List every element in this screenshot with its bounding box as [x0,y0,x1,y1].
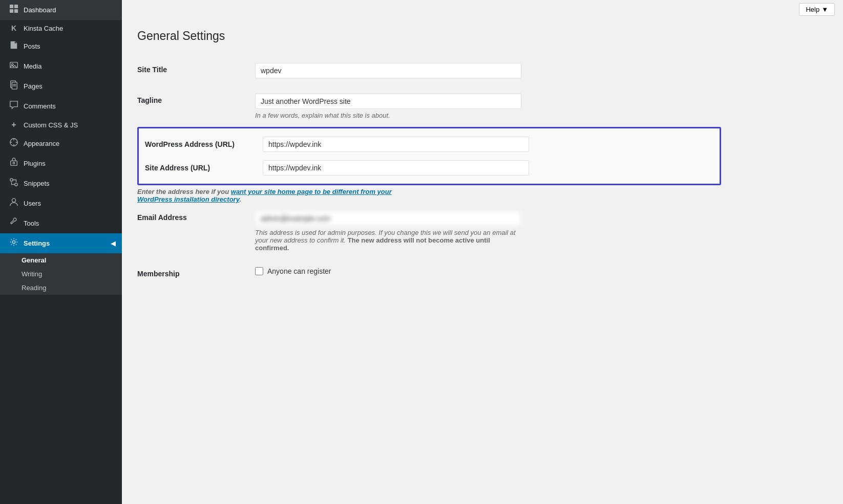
sidebar-sub-item-writing[interactable]: Writing [0,267,122,281]
tagline-input[interactable] [255,94,521,109]
wp-address-row: WordPress Address (URL) [145,133,713,156]
svg-point-14 [13,162,15,164]
help-label: Help [806,6,819,13]
svg-rect-3 [14,9,18,13]
sidebar-item-label: Media [24,62,41,70]
sidebar-item-label: Tools [24,220,39,227]
sidebar-item-label: Comments [24,102,56,110]
sidebar-item-label: Settings [24,239,50,247]
appearance-icon [8,138,19,149]
tagline-row: Tagline In a few words, explain what thi… [137,86,721,127]
settings-icon [8,237,19,249]
site-address-description: Enter the address here if you want your … [137,188,404,203]
sidebar-item-label: Appearance [24,140,59,147]
help-button[interactable]: Help ▼ [799,3,835,16]
svg-rect-0 [10,5,13,8]
membership-row: Membership Anyone can register [137,259,721,288]
url-section-row: WordPress Address (URL) Site Address (UR… [137,127,721,203]
sidebar-item-custom-css[interactable]: + Custom CSS & JS [0,116,122,134]
media-icon [8,60,19,72]
sidebar-item-pages[interactable]: Pages [0,76,122,96]
wp-address-label: WordPress Address (URL) [145,140,235,148]
site-title-input[interactable] [255,63,521,78]
site-address-desc-suffix: . [239,195,241,203]
svg-rect-13 [11,161,17,165]
site-title-row: Site Title [137,55,721,86]
pages-icon [8,80,19,92]
site-address-input[interactable] [263,160,529,176]
svg-rect-2 [10,9,13,13]
sidebar-item-label: Custom CSS & JS [24,121,78,129]
users-icon [8,198,19,209]
tools-icon [8,217,19,229]
membership-checkbox-label: Anyone can register [267,267,331,275]
help-arrow: ▼ [821,6,828,13]
kinsta-icon: K [8,24,19,32]
settings-arrow: ◀ [111,239,116,247]
sidebar-item-label: Kinsta Cache [24,25,63,32]
sidebar-item-label: Users [24,200,41,207]
svg-rect-1 [14,5,18,8]
sidebar-item-posts[interactable]: Posts [0,36,122,56]
content-area: General Settings Site Title Tagline In a… [122,19,736,309]
svg-point-17 [12,199,15,202]
reading-label: Reading [22,284,46,292]
sidebar-item-comments[interactable]: Comments [0,96,122,116]
sidebar-item-label: Pages [24,82,43,90]
sidebar-item-users[interactable]: Users [0,193,122,213]
wp-address-input[interactable] [263,137,529,152]
sidebar-item-label: Snippets [24,180,50,187]
site-address-desc-prefix: Enter the address here if you [137,188,231,195]
sidebar-item-label: Dashboard [24,6,56,14]
site-address-label: Site Address (URL) [145,164,210,172]
general-label: General [22,256,46,264]
site-title-label: Site Title [137,65,167,74]
tagline-label: Tagline [137,96,162,104]
sidebar-item-snippets[interactable]: Snippets [0,173,122,193]
svg-point-18 [12,240,15,243]
membership-checkbox[interactable] [255,267,263,275]
page-title: General Settings [137,29,721,43]
sidebar-item-media[interactable]: Media [0,56,122,76]
sidebar-item-label: Posts [24,42,40,50]
custom-css-icon: + [8,120,19,129]
snippets-icon [8,178,19,189]
site-address-row: Site Address (URL) [145,156,713,180]
posts-icon [8,40,19,52]
tagline-description: In a few words, explain what this site i… [255,112,521,119]
sidebar-sub-item-reading[interactable]: Reading [0,281,122,295]
comments-icon [8,100,19,112]
sidebar-item-appearance[interactable]: Appearance [0,134,122,154]
email-label: Email Address [137,213,187,222]
plugins-icon [8,158,19,169]
url-highlight-box: WordPress Address (URL) Site Address (UR… [137,127,721,185]
sidebar: Dashboard K Kinsta Cache Posts Media Pag… [0,0,122,504]
sidebar-item-plugins[interactable]: Plugins [0,154,122,173]
membership-checkbox-row: Anyone can register [255,267,721,275]
sidebar-item-settings[interactable]: Settings ◀ [0,233,122,253]
sidebar-item-kinsta[interactable]: K Kinsta Cache [0,20,122,36]
email-row: Email Address This address is used for a… [137,203,721,259]
main-content: Help ▼ General Settings Site Title Tagli… [122,0,843,504]
dashboard-icon [8,4,19,16]
sidebar-sub-item-general[interactable]: General [0,253,122,267]
email-description: This address is used for admin purposes.… [255,229,521,252]
sidebar-item-dashboard[interactable]: Dashboard [0,0,122,20]
writing-label: Writing [22,270,42,278]
url-inner-table: WordPress Address (URL) Site Address (UR… [145,133,713,180]
settings-submenu: General Writing Reading [0,253,122,295]
membership-label: Membership [137,270,179,278]
sidebar-item-label: Plugins [24,160,46,167]
topbar: Help ▼ [122,0,843,19]
email-input[interactable] [255,211,521,226]
sidebar-item-tools[interactable]: Tools [0,213,122,233]
settings-form: Site Title Tagline In a few words, expla… [137,55,721,288]
